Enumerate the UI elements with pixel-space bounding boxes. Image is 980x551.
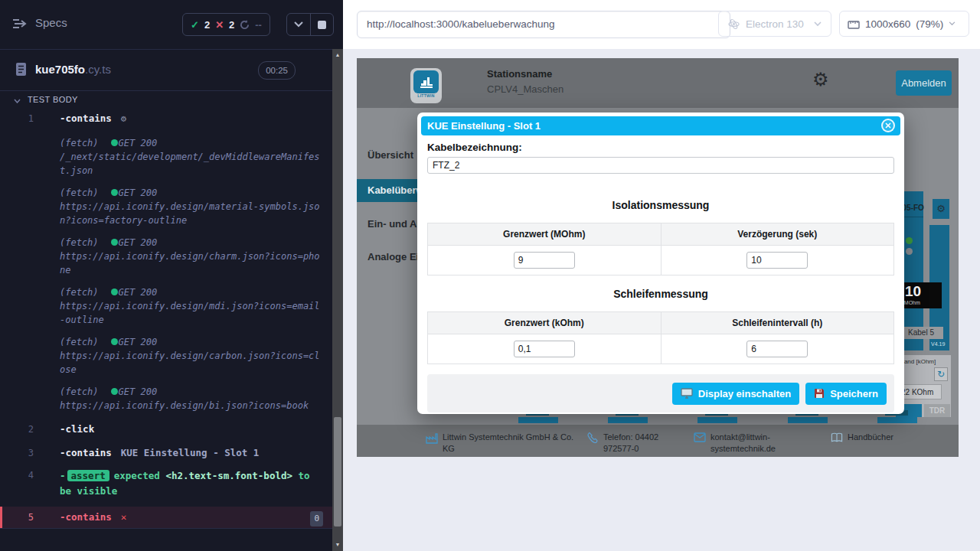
status-dot-icon: [111, 338, 118, 345]
spec-timer-badge: 00:25: [258, 61, 296, 80]
insulation-limit-input[interactable]: [514, 252, 575, 269]
card-gear-button[interactable]: ⚙: [933, 199, 949, 219]
command-contains-3[interactable]: 3 -containsKUE Einstellung - Slot 1: [0, 445, 332, 461]
fetch-status: GET 200: [119, 237, 158, 248]
passed-icon: ✓: [191, 19, 199, 31]
browser-select[interactable]: Electron 130: [718, 11, 831, 37]
loop-limit-input[interactable]: [514, 341, 575, 357]
logo-text: LITTWIN: [410, 93, 442, 98]
assert-dash: -: [60, 470, 66, 481]
status-dot-icon: [111, 388, 118, 395]
spec-file-icon: [15, 62, 27, 77]
logout-button[interactable]: Abmelden: [896, 70, 952, 96]
viewport-select[interactable]: 1000x660 (79%): [839, 11, 969, 37]
nav-item-uebersicht[interactable]: Übersicht: [368, 149, 413, 161]
settings-gear-icon[interactable]: ⚙: [812, 70, 829, 89]
stop-button[interactable]: [310, 14, 334, 35]
test-stats: ✓ 2 ✕ 2 --: [182, 13, 270, 36]
url-input[interactable]: http://localhost:3000/kabelueberwachung: [357, 11, 730, 38]
display-on-button[interactable]: Display einschalten: [672, 383, 799, 405]
command-number: 3: [0, 446, 34, 460]
command-contains-failed[interactable]: 5 -contains✕ 0: [0, 507, 332, 528]
factory-icon: [426, 432, 438, 444]
command-name: -contains: [60, 112, 112, 124]
insulation-delay-input[interactable]: [746, 252, 808, 269]
phone-icon: [586, 432, 599, 444]
fetch-url: https://api.iconify.design/material-symb…: [60, 200, 325, 227]
spec-basename: kue705fo: [35, 63, 85, 76]
spec-row[interactable]: kue705fo.cy.ts 00:25: [0, 49, 343, 91]
fetch-status: GET 200: [119, 337, 158, 347]
refresh-button[interactable]: ↻: [934, 367, 948, 381]
command-click[interactable]: 2 -click: [0, 421, 332, 438]
reporter-header: Specs ✓ 2 ✕ 2 --: [0, 0, 343, 50]
nav-item-analoge-eingaenge[interactable]: Analoge Ei: [368, 251, 419, 262]
pending-icon: [240, 20, 250, 30]
scrollbar-thumb[interactable]: [334, 417, 341, 527]
save-button[interactable]: Speichern: [805, 383, 887, 405]
command-name: -click: [60, 422, 94, 436]
nav-item-ein-ausgaenge[interactable]: Ein- und Au: [368, 218, 423, 230]
fetch-log: (fetch)GET 200 https://api.iconify.desig…: [60, 385, 325, 412]
cable-name-input[interactable]: [427, 157, 894, 174]
status-green-dot: [906, 237, 913, 244]
specs-menu-icon[interactable]: [12, 18, 28, 30]
refresh-icon: ↻: [937, 369, 945, 380]
status-dot-icon: [111, 189, 118, 196]
scroll-up-icon[interactable]: ▲: [332, 51, 343, 60]
station-name: CPLV4_Maschen: [487, 83, 564, 95]
command-number: 5: [2, 510, 34, 524]
gear-icon: ⚙: [121, 113, 126, 124]
fetch-prefix: (fetch): [60, 237, 99, 248]
browser-toolbar: http://localhost:3000/kabelueberwachung …: [343, 0, 980, 49]
assert-badge: assert: [67, 470, 109, 481]
logo-glyph-icon: [418, 74, 435, 90]
kue-settings-dialog: KUE Einstellung - Slot 1 Kabelbezeichnun…: [417, 112, 904, 414]
status-dot-icon: [111, 289, 118, 295]
command-log: 1 -contains⚙ (fetch)GET 200 /_next/stati…: [0, 110, 332, 528]
stop-icon: [318, 21, 326, 29]
footer-phone: Telefon: 04402 972577-0: [586, 432, 691, 455]
reporter-scrollbar[interactable]: ▲ ▼: [332, 49, 343, 551]
fetch-logs: (fetch)GET 200 /_next/static/development…: [60, 136, 325, 412]
test-body-label: TEST BODY: [28, 95, 78, 104]
status-gray-dot: [906, 248, 913, 255]
fetch-log: (fetch)GET 200 https://api.iconify.desig…: [60, 335, 325, 377]
fetch-status: GET 200: [119, 138, 158, 148]
command-assert[interactable]: 4 -assertexpected <h2.text-sm.font-bold>…: [0, 467, 332, 500]
command-number: 4: [0, 468, 34, 499]
test-body-header[interactable]: TEST BODY: [0, 93, 332, 109]
fetch-status: GET 200: [119, 187, 158, 198]
insulation-section-title: Isolationsmessung: [427, 199, 894, 211]
command-number: 2: [0, 422, 34, 436]
cypress-runner-window: Specs ✓ 2 ✕ 2 --: [0, 0, 980, 551]
reporter-divider: [0, 528, 332, 529]
dialog-header: KUE Einstellung - Slot 1: [421, 116, 900, 135]
footer-company: Littwin Systemtechnik GmbH & Co. KG: [426, 432, 576, 455]
command-args: KUE Einstellung - Slot 1: [121, 447, 260, 458]
collapse-button[interactable]: [287, 14, 310, 35]
fetch-log: (fetch)GET 200 https://api.iconify.desig…: [60, 285, 325, 327]
runner-controls: [286, 13, 334, 36]
app-header: LITTWIN Stationsname CPLV4_Maschen ⚙ Abm…: [357, 58, 959, 108]
loop-interval-input[interactable]: [746, 341, 808, 357]
footer-company-text: Littwin Systemtechnik GmbH & Co. KG: [443, 432, 576, 455]
status-dot-icon: [111, 139, 118, 146]
fetch-status: GET 200: [119, 287, 158, 298]
assert-text: expected: [114, 470, 160, 481]
save-label: Speichern: [830, 388, 878, 399]
viewport-zoom: (79%): [916, 18, 943, 30]
assert-target: <h2.text-sm.font-bold>: [165, 470, 292, 481]
loop-table: Grenzwert (kOhm) Schleifenintervall (h): [427, 311, 894, 364]
status-dot-icon: [111, 239, 118, 246]
passed-count: 2: [204, 19, 210, 31]
footer-phone-text: Telefon: 04402 972577-0: [603, 432, 691, 455]
tab-tdr[interactable]: TDR: [924, 404, 950, 417]
scroll-down-icon[interactable]: ▼: [332, 540, 343, 549]
cable-name-label: Kabelbezeichnung:: [427, 142, 894, 153]
failed-icon: ✕: [215, 19, 224, 31]
footer-manuals[interactable]: Handbücher: [831, 432, 893, 443]
close-button[interactable]: [881, 119, 895, 132]
fetch-prefix: (fetch): [60, 337, 99, 347]
command-contains-1[interactable]: 1 -contains⚙: [0, 110, 332, 127]
